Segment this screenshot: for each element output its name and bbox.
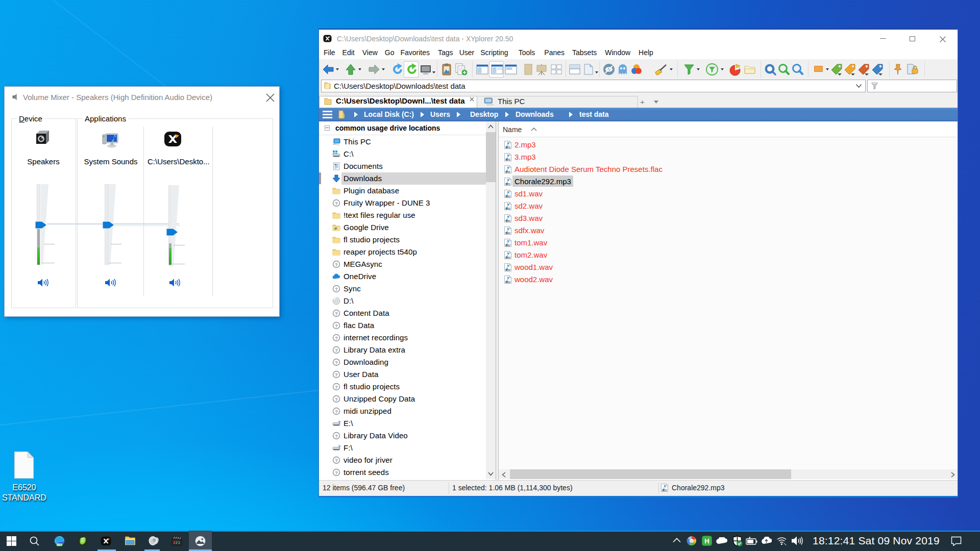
svg-text:2: 2 <box>176 541 178 544</box>
svg-text:1: 1 <box>178 541 180 544</box>
svg-text:DEV: DEV <box>57 544 62 546</box>
svg-text:3: 3 <box>173 541 175 544</box>
svg-text:H: H <box>704 537 709 545</box>
